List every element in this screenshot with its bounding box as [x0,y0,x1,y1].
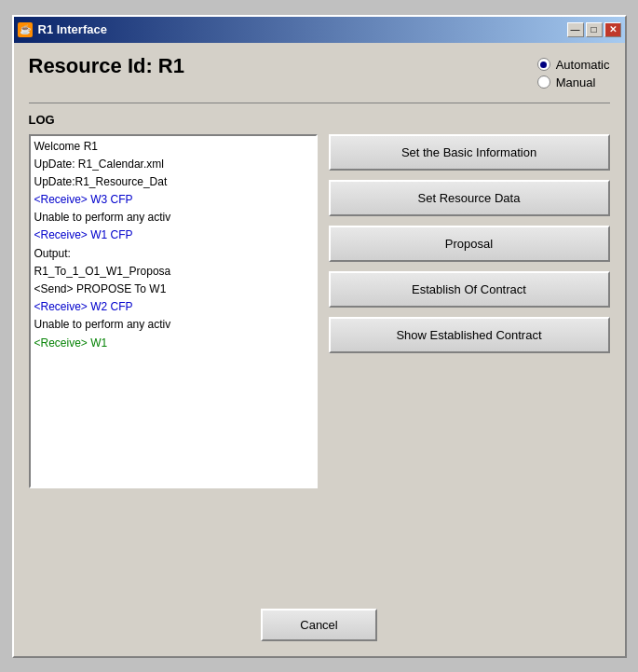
buttons-panel: Set the Basic Information Set Resource D… [329,134,610,594]
maximize-button[interactable]: □ [586,22,603,37]
window-content: Resource Id: R1 Automatic Manual LOG Wel… [14,43,625,656]
header-row: Resource Id: R1 Automatic Manual [29,54,610,89]
button-spacer [329,363,610,594]
app-icon: ☕ [18,22,33,37]
radio-manual-circle[interactable] [537,75,550,89]
log-entry: <Receive> W2 CFP [34,298,312,316]
log-entry: UpDate:R1_Resource_Dat [34,173,312,191]
log-entry: Welcome R1 [34,138,312,156]
log-label: LOG [29,113,610,127]
proposal-button[interactable]: Proposal [329,226,610,262]
title-bar: ☕ R1 Interface — □ ✕ [14,17,625,43]
log-entry: Output: [34,245,312,263]
radio-group: Automatic Manual [537,58,610,89]
set-basic-info-button[interactable]: Set the Basic Information [329,134,610,171]
log-content[interactable]: Welcome R1UpDate: R1_Calendar.xmlUpDate:… [31,136,316,487]
log-entry: <Send> PROPOSE To W1 [34,281,312,298]
log-entry: R1_To_1_O1_W1_Proposa [34,263,312,281]
log-container[interactable]: Welcome R1UpDate: R1_Calendar.xmlUpDate:… [29,134,318,488]
minimize-button[interactable]: — [567,22,584,37]
establish-of-contract-button[interactable]: Establish Of Contract [329,271,610,308]
bottom-row: Cancel [29,601,610,645]
log-entry: <Receive> W1 [34,335,312,352]
window-title: R1 Interface [38,22,107,36]
radio-manual[interactable]: Manual [537,75,610,89]
main-window: ☕ R1 Interface — □ ✕ Resource Id: R1 Aut… [12,15,627,658]
header-divider [29,103,610,103]
title-controls: — □ ✕ [567,22,621,37]
radio-automatic-label: Automatic [556,58,610,72]
log-entry: <Receive> W3 CFP [34,191,312,209]
set-resource-data-button[interactable]: Set Resource Data [329,180,610,216]
cancel-button[interactable]: Cancel [261,609,376,641]
log-entry: Unable to perform any activ [34,316,312,334]
log-entry: UpDate: R1_Calendar.xml [34,156,312,173]
title-bar-left: ☕ R1 Interface [18,22,107,37]
radio-automatic[interactable]: Automatic [537,58,610,72]
radio-manual-label: Manual [556,75,596,89]
log-entry: Unable to perform any activ [34,209,312,226]
close-button[interactable]: ✕ [604,22,621,37]
radio-automatic-circle[interactable] [537,58,550,71]
log-entry: <Receive> W1 CFP [34,226,312,244]
main-area: Welcome R1UpDate: R1_Calendar.xmlUpDate:… [29,134,610,594]
show-established-contract-button[interactable]: Show Established Contract [329,317,610,353]
resource-id-label: Resource Id: R1 [29,54,185,78]
